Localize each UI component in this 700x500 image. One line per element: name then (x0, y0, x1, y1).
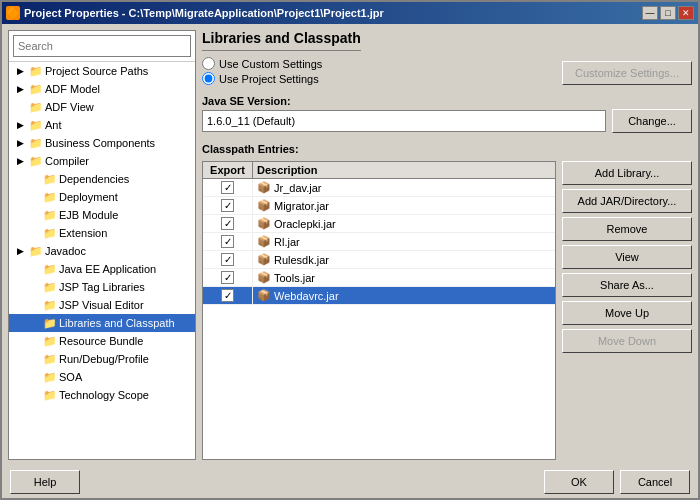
tree-expander-business-components[interactable] (13, 136, 27, 150)
sidebar-item-dependencies[interactable]: 📁Dependencies (9, 170, 195, 188)
title-bar-controls: — □ ✕ (642, 6, 694, 20)
sidebar-item-extension[interactable]: 📁Extension (9, 224, 195, 242)
export-checkbox[interactable] (221, 181, 234, 194)
description-cell: 📦Rulesdk.jar (253, 251, 333, 268)
export-cell (203, 269, 253, 286)
classpath-row[interactable]: 📦Rulesdk.jar (203, 251, 555, 269)
sidebar-item-adf-model[interactable]: 📁ADF Model (9, 80, 195, 98)
tree-expander-javadoc[interactable] (13, 244, 27, 258)
export-cell (203, 287, 253, 304)
jar-name: Oraclepki.jar (274, 218, 336, 230)
sidebar-item-project-source-paths[interactable]: 📁Project Source Paths (9, 62, 195, 80)
classpath-row[interactable]: 📦Tools.jar (203, 269, 555, 287)
sidebar-item-business-components[interactable]: 📁Business Components (9, 134, 195, 152)
tree-expander-project-source-paths[interactable] (13, 64, 27, 78)
cancel-button[interactable]: Cancel (620, 470, 690, 494)
java-se-input[interactable] (202, 110, 606, 132)
classpath-area: Export Description 📦Jr_dav.jar📦Migrator.… (202, 161, 692, 460)
sidebar-item-deployment[interactable]: 📁Deployment (9, 188, 195, 206)
tree-icon-deployment: 📁 (43, 191, 57, 204)
jar-icon: 📦 (257, 271, 271, 284)
classpath-row[interactable]: 📦Jr_dav.jar (203, 179, 555, 197)
tree-icon-ejb-module: 📁 (43, 209, 57, 222)
tree-label-jsp-tag-libraries: JSP Tag Libraries (59, 281, 145, 293)
sidebar-item-ejb-module[interactable]: 📁EJB Module (9, 206, 195, 224)
radio-custom-label[interactable]: Use Custom Settings (219, 58, 322, 70)
sidebar-item-jsp-visual-editor[interactable]: 📁JSP Visual Editor (9, 296, 195, 314)
export-cell (203, 251, 253, 268)
tree-label-run-debug-profile: Run/Debug/Profile (59, 353, 149, 365)
sidebar-item-libraries-and-classpath[interactable]: 📁Libraries and Classpath (9, 314, 195, 332)
sidebar-item-java-ee-application[interactable]: 📁Java EE Application (9, 260, 195, 278)
sidebar-item-run-debug-profile[interactable]: 📁Run/Debug/Profile (9, 350, 195, 368)
sidebar-item-adf-view[interactable]: 📁ADF View (9, 98, 195, 116)
remove-button[interactable]: Remove (562, 217, 692, 241)
jar-name: Migrator.jar (274, 200, 329, 212)
tree-label-javadoc: Javadoc (45, 245, 86, 257)
classpath-row[interactable]: 📦Oraclepki.jar (203, 215, 555, 233)
title-bar: 🔶 Project Properties - C:\Temp\MigrateAp… (2, 2, 698, 24)
sidebar-item-compiler[interactable]: 📁Compiler (9, 152, 195, 170)
share-as-button[interactable]: Share As... (562, 273, 692, 297)
export-checkbox[interactable] (221, 271, 234, 284)
maximize-button[interactable]: □ (660, 6, 676, 20)
add-jar-button[interactable]: Add JAR/Directory... (562, 189, 692, 213)
tree-expander-compiler[interactable] (13, 154, 27, 168)
sidebar-item-soa[interactable]: 📁SOA (9, 368, 195, 386)
table-header: Export Description (203, 162, 555, 179)
tree-expander-ant[interactable] (13, 118, 27, 132)
help-button[interactable]: Help (10, 470, 80, 494)
tree-expander-dependencies (27, 172, 41, 186)
radio-custom-row: Use Custom Settings (202, 57, 361, 70)
export-cell (203, 215, 253, 232)
description-cell: 📦Jr_dav.jar (253, 179, 325, 196)
tree-expander-ejb-module (27, 208, 41, 222)
minimize-button[interactable]: — (642, 6, 658, 20)
search-box (9, 31, 195, 62)
export-checkbox[interactable] (221, 217, 234, 230)
tree-expander-soa (27, 370, 41, 384)
sidebar-item-resource-bundle[interactable]: 📁Resource Bundle (9, 332, 195, 350)
sidebar-item-jsp-tag-libraries[interactable]: 📁JSP Tag Libraries (9, 278, 195, 296)
tree-expander-resource-bundle (27, 334, 41, 348)
tree-label-dependencies: Dependencies (59, 173, 129, 185)
tree-icon-jsp-visual-editor: 📁 (43, 299, 57, 312)
ok-button[interactable]: OK (544, 470, 614, 494)
tree-label-ant: Ant (45, 119, 62, 131)
radio-project[interactable] (202, 72, 215, 85)
export-checkbox[interactable] (221, 199, 234, 212)
tree-expander-deployment (27, 190, 41, 204)
sidebar-item-technology-scope[interactable]: 📁Technology Scope (9, 386, 195, 404)
change-button[interactable]: Change... (612, 109, 692, 133)
close-button[interactable]: ✕ (678, 6, 694, 20)
classpath-row[interactable]: 📦Rl.jar (203, 233, 555, 251)
classpath-row[interactable]: 📦Webdavrc.jar (203, 287, 555, 305)
export-checkbox[interactable] (221, 253, 234, 266)
tree-icon-ant: 📁 (29, 119, 43, 132)
jar-icon: 📦 (257, 199, 271, 212)
radio-project-row: Use Project Settings (202, 72, 361, 85)
view-button[interactable]: View (562, 245, 692, 269)
classpath-row[interactable]: 📦Migrator.jar (203, 197, 555, 215)
search-input[interactable] (13, 35, 191, 57)
export-checkbox[interactable] (221, 235, 234, 248)
tree-label-libraries-and-classpath: Libraries and Classpath (59, 317, 175, 329)
jar-icon: 📦 (257, 289, 271, 302)
sidebar-item-ant[interactable]: 📁Ant (9, 116, 195, 134)
move-down-button[interactable]: Move Down (562, 329, 692, 353)
export-cell (203, 179, 253, 196)
radio-project-label[interactable]: Use Project Settings (219, 73, 319, 85)
add-library-button[interactable]: Add Library... (562, 161, 692, 185)
export-checkbox[interactable] (221, 289, 234, 302)
customize-settings-button[interactable]: Customize Settings... (562, 61, 692, 85)
tree-expander-libraries-and-classpath (27, 316, 41, 330)
tree-label-java-ee-application: Java EE Application (59, 263, 156, 275)
tree-label-technology-scope: Technology Scope (59, 389, 149, 401)
tree-label-project-source-paths: Project Source Paths (45, 65, 148, 77)
radio-custom[interactable] (202, 57, 215, 70)
move-up-button[interactable]: Move Up (562, 301, 692, 325)
sidebar-item-javadoc[interactable]: 📁Javadoc (9, 242, 195, 260)
tree-expander-adf-model[interactable] (13, 82, 27, 96)
tree-icon-adf-model: 📁 (29, 83, 43, 96)
tree-label-business-components: Business Components (45, 137, 155, 149)
